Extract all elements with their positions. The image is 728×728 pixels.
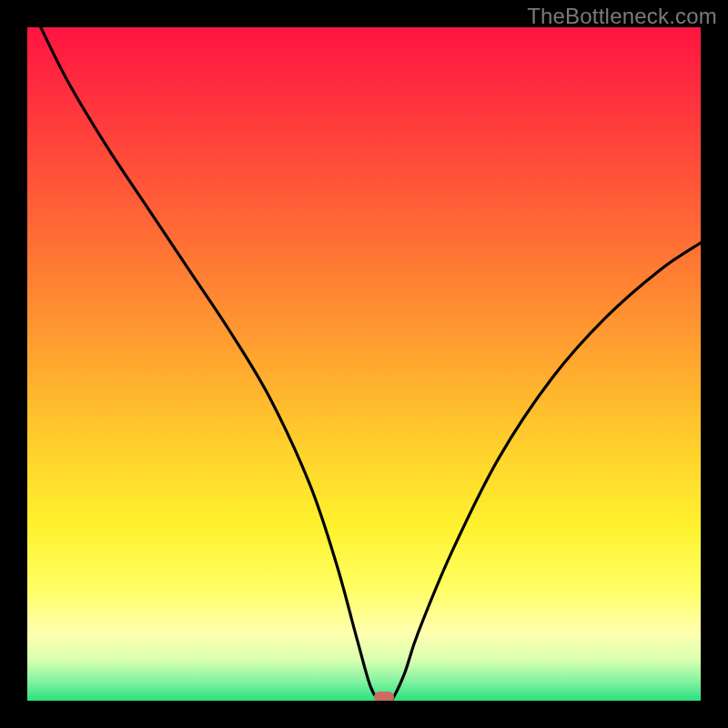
chart-frame: TheBottleneck.com [0, 0, 728, 728]
plot-area [27, 27, 701, 701]
bottleneck-curve [27, 27, 701, 701]
optimum-marker [374, 692, 394, 701]
watermark-text: TheBottleneck.com [527, 4, 717, 29]
